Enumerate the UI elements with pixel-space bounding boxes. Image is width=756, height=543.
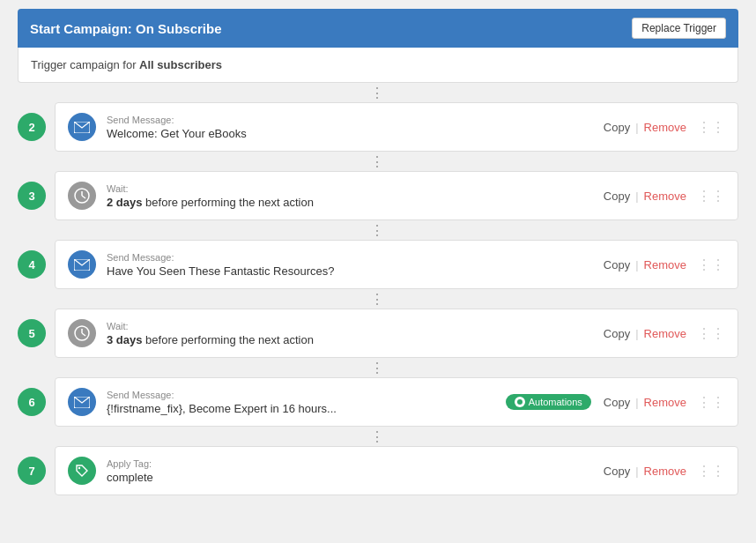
email-icon-4 [68,250,96,279]
remove-button-5[interactable]: Remove [641,327,690,340]
step-7-wrapper: 7 Apply Tag: complete Copy | Remove ⋮⋮ [18,446,738,495]
step-number-2: 2 [18,113,46,141]
copy-button-4[interactable]: Copy [600,258,634,272]
email-icon-6 [68,388,96,416]
step-title-2: Welcome: Get Your eBooks [107,127,591,140]
campaign-header: Start Campaign: On Subscribe Replace Tri… [18,9,738,48]
step-label-4: Send Message: [107,252,591,263]
step-number-7: 7 [18,457,46,485]
copy-button-5[interactable]: Copy [600,327,634,340]
trigger-bold-text: All subscribers [139,58,222,71]
step-card-5: Wait: 3 days before performing the next … [55,309,738,358]
step-actions-5: Copy | Remove ⋮⋮ [600,325,725,342]
step-title-4: Have You Seen These Fantastic Resources? [107,264,591,278]
connector-3: ⋮ [18,220,738,240]
remove-button-2[interactable]: Remove [641,121,690,134]
replace-trigger-button[interactable]: Replace Trigger [632,18,726,39]
drag-handle-4: ⋮⋮ [697,257,725,273]
step-card-7: Apply Tag: complete Copy | Remove ⋮⋮ [55,446,738,495]
trigger-text: Trigger campaign for [31,58,139,71]
wait-icon-3 [68,182,96,210]
drag-handle-5: ⋮⋮ [697,325,725,342]
campaign-container: Start Campaign: On Subscribe Replace Tri… [18,9,738,495]
step-label-7: Apply Tag: [107,458,591,469]
step-number-6: 6 [18,388,46,416]
trigger-row: Trigger campaign for All subscribers [18,48,738,83]
step-title-6: {!firstname_fix}, Become Expert in 16 ho… [107,402,497,415]
step-card-2: Send Message: Welcome: Get Your eBooks C… [55,102,738,152]
step-number-4: 4 [18,250,46,279]
step-number-5: 5 [18,319,46,347]
step-title-7: complete [107,471,591,484]
step-5-wrapper: 5 Wait: 3 days before performing the nex… [18,309,738,358]
step-actions-4: Copy | Remove ⋮⋮ [600,257,725,273]
email-icon-2 [68,113,96,141]
step-2-wrapper: 2 Send Message: Welcome: Get Your eBooks… [18,102,738,152]
remove-button-7[interactable]: Remove [641,465,690,478]
drag-handle-7: ⋮⋮ [697,463,725,480]
campaign-title: Start Campaign: On Subscribe [30,21,222,36]
svg-point-9 [78,467,80,469]
step-number-3: 3 [18,182,46,210]
step-label-3: Wait: [107,183,591,194]
remove-button-3[interactable]: Remove [641,190,690,203]
step-label-5: Wait: [107,321,591,331]
step-title-3: 2 days before performing the next action [107,196,591,209]
connector-5: ⋮ [18,358,738,377]
copy-button-3[interactable]: Copy [600,190,634,203]
step-content-5: Wait: 3 days before performing the next … [107,321,591,346]
step-card-6: Send Message: {!firstname_fix}, Become E… [55,377,738,427]
connector-1: ⋮ [18,83,738,102]
step-card-4: Send Message: Have You Seen These Fantas… [55,240,738,289]
wait-icon-5 [68,319,96,347]
automations-badge-icon [515,397,525,407]
connector-6: ⋮ [18,427,738,446]
step-label-2: Send Message: [107,115,591,125]
remove-button-6[interactable]: Remove [641,396,690,409]
copy-button-7[interactable]: Copy [600,465,634,478]
connector-4: ⋮ [18,289,738,309]
connector-2: ⋮ [18,152,738,171]
step-content-6: Send Message: {!firstname_fix}, Become E… [107,390,497,415]
step-3-wrapper: 3 Wait: 2 days before performing the nex… [18,171,738,220]
copy-button-2[interactable]: Copy [600,121,634,134]
step-card-3: Wait: 2 days before performing the next … [55,171,738,220]
drag-handle-6: ⋮⋮ [697,394,725,411]
step-title-5: 3 days before performing the next action [107,333,591,346]
svg-line-7 [82,333,85,336]
step-content-3: Wait: 2 days before performing the next … [107,183,591,209]
tag-icon-7 [68,457,96,485]
step-actions-3: Copy | Remove ⋮⋮ [600,188,725,205]
step-6-wrapper: 6 Send Message: {!firstname_fix}, Become… [18,377,738,427]
drag-handle-3: ⋮⋮ [697,188,725,205]
step-content-2: Send Message: Welcome: Get Your eBooks [107,115,591,140]
automations-label: Automations [529,397,582,407]
step-content-4: Send Message: Have You Seen These Fantas… [107,252,591,278]
svg-line-3 [82,196,85,198]
step-actions-2: Copy | Remove ⋮⋮ [600,119,725,136]
step-content-7: Apply Tag: complete [107,458,591,484]
automations-badge: Automations [506,394,591,410]
step-actions-6: Automations Copy | Remove ⋮⋮ [506,394,725,411]
copy-button-6[interactable]: Copy [600,396,634,409]
step-actions-7: Copy | Remove ⋮⋮ [600,463,725,480]
step-label-6: Send Message: [107,390,497,400]
step-4-wrapper: 4 Send Message: Have You Seen These Fant… [18,240,738,289]
drag-handle-2: ⋮⋮ [697,119,725,136]
remove-button-4[interactable]: Remove [641,258,690,272]
